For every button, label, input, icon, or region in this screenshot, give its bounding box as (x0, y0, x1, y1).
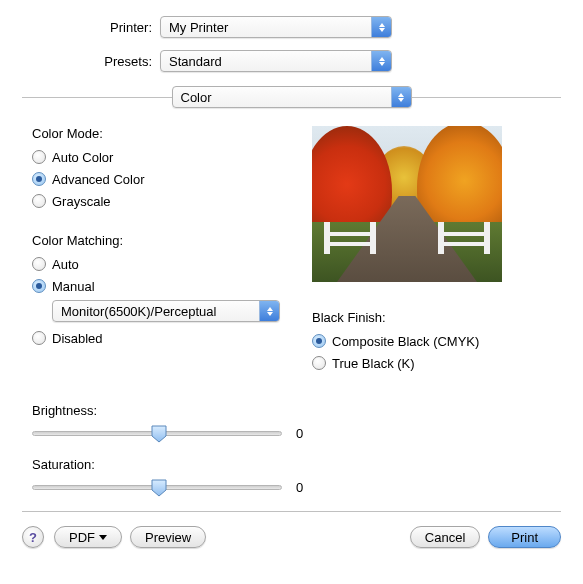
black-finish-label: Black Finish: (312, 310, 561, 325)
chevron-down-icon (99, 535, 107, 540)
radio-cm-manual[interactable]: Manual (32, 276, 292, 296)
radio-label: Auto (52, 257, 79, 272)
brightness-value: 0 (296, 426, 316, 441)
saturation-slider[interactable] (32, 485, 282, 490)
color-mode-label: Color Mode: (32, 126, 292, 141)
slider-thumb-icon (151, 479, 167, 497)
radio-label: Advanced Color (52, 172, 145, 187)
radio-label: Composite Black (CMYK) (332, 334, 479, 349)
radio-icon (312, 334, 326, 348)
panel-popup[interactable]: Color (172, 86, 412, 108)
radio-icon (32, 172, 46, 186)
color-matching-group: Auto Manual Monitor(6500K)/Perceptual Di… (32, 254, 292, 348)
radio-label: Disabled (52, 331, 103, 346)
brightness-label: Brightness: (32, 403, 561, 418)
print-button[interactable]: Print (488, 526, 561, 548)
help-icon: ? (29, 530, 37, 545)
presets-value: Standard (161, 54, 371, 69)
pdf-label: PDF (69, 530, 95, 545)
panel-value: Color (173, 90, 391, 105)
brightness-slider[interactable] (32, 431, 282, 436)
cancel-button[interactable]: Cancel (410, 526, 480, 548)
radio-cm-disabled[interactable]: Disabled (32, 328, 292, 348)
radio-cm-auto[interactable]: Auto (32, 254, 292, 274)
printer-popup[interactable]: My Printer (160, 16, 392, 38)
radio-icon (32, 194, 46, 208)
preview-image (312, 126, 502, 282)
radio-auto-color[interactable]: Auto Color (32, 147, 292, 167)
print-label: Print (511, 530, 538, 545)
saturation-label: Saturation: (32, 457, 561, 472)
popup-arrows-icon (371, 17, 391, 37)
radio-label: Manual (52, 279, 95, 294)
popup-arrows-icon (391, 87, 411, 107)
radio-label: Grayscale (52, 194, 111, 209)
radio-grayscale[interactable]: Grayscale (32, 191, 292, 211)
black-finish-group: Composite Black (CMYK) True Black (K) (312, 331, 561, 373)
radio-advanced-color[interactable]: Advanced Color (32, 169, 292, 189)
manual-profile-value: Monitor(6500K)/Perceptual (53, 304, 259, 319)
presets-label: Presets: (0, 54, 160, 69)
radio-icon (32, 257, 46, 271)
divider (22, 97, 172, 98)
preview-button[interactable]: Preview (130, 526, 206, 548)
divider (412, 97, 562, 98)
radio-bf-true[interactable]: True Black (K) (312, 353, 561, 373)
radio-label: True Black (K) (332, 356, 415, 371)
color-mode-group: Auto Color Advanced Color Grayscale (32, 147, 292, 211)
cancel-label: Cancel (425, 530, 465, 545)
radio-icon (312, 356, 326, 370)
presets-popup[interactable]: Standard (160, 50, 392, 72)
radio-bf-composite[interactable]: Composite Black (CMYK) (312, 331, 561, 351)
popup-arrows-icon (259, 301, 279, 321)
radio-icon (32, 331, 46, 345)
saturation-value: 0 (296, 480, 316, 495)
preview-label: Preview (145, 530, 191, 545)
radio-icon (32, 279, 46, 293)
pdf-button[interactable]: PDF (54, 526, 122, 548)
radio-label: Auto Color (52, 150, 113, 165)
help-button[interactable]: ? (22, 526, 44, 548)
radio-icon (32, 150, 46, 164)
slider-thumb-icon (151, 425, 167, 443)
popup-arrows-icon (371, 51, 391, 71)
manual-profile-popup[interactable]: Monitor(6500K)/Perceptual (52, 300, 280, 322)
color-matching-label: Color Matching: (32, 233, 292, 248)
printer-value: My Printer (161, 20, 371, 35)
printer-label: Printer: (0, 20, 160, 35)
